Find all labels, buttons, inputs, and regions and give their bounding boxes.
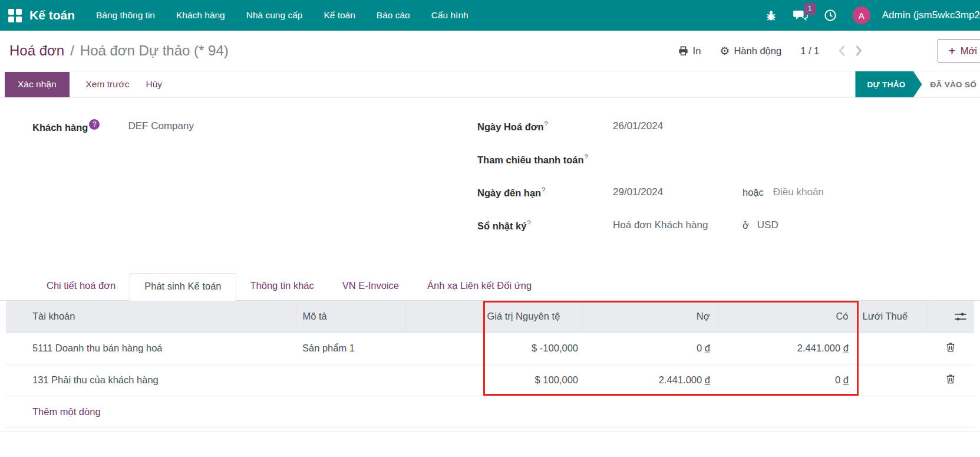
message-count-badge: 1: [804, 3, 816, 15]
credit-cell[interactable]: 2.441.000 đ: [718, 332, 857, 364]
journal-label: Sổ nhật ký?: [477, 219, 613, 232]
user-avatar[interactable]: A: [853, 6, 870, 24]
user-menu[interactable]: Admin (jsm5wkc3mp2: [876, 9, 980, 21]
gear-icon: ⚙: [720, 45, 730, 57]
tab-journal-items[interactable]: Phát sinh Kế toán: [130, 273, 236, 301]
control-panel: Hoá đơn / Hoá đơn Dự thảo (* 94) In ⚙ Hà…: [0, 31, 980, 71]
column-header-currency-value: Giá trị Nguyên tệ: [483, 301, 582, 332]
tax-grid-cell[interactable]: [857, 364, 926, 396]
column-header-account: Tài khoản: [6, 301, 296, 332]
breadcrumb-separator: /: [70, 42, 74, 59]
pager-counter[interactable]: 1 / 1: [800, 45, 819, 57]
top-navbar: Kế toán Bảng thông tin Khách hàng Nhà cu…: [0, 0, 980, 31]
main-menu: Bảng thông tin Khách hàng Nhà cung cấp K…: [96, 10, 468, 21]
invoice-date-label: Ngày Hoá đơn?: [477, 120, 613, 133]
account-cell[interactable]: 131 Phải thu của khách hàng: [6, 364, 296, 396]
column-header-empty: [405, 301, 483, 332]
plus-icon: +: [949, 45, 955, 56]
account-cell[interactable]: 5111 Doanh thu bán hàng hoá: [6, 332, 296, 364]
cancel-button[interactable]: Hủy: [146, 79, 162, 90]
debit-cell[interactable]: 0 đ: [582, 332, 718, 364]
preview-button[interactable]: Xem trước: [86, 79, 130, 90]
currency-field[interactable]: USD: [757, 219, 887, 231]
add-line-link[interactable]: Thêm một dòng: [32, 406, 101, 417]
credit-cell[interactable]: 0 đ: [718, 364, 857, 396]
currency-value-cell[interactable]: $ 100,000: [483, 364, 582, 396]
tab-other-info[interactable]: Thông tin khác: [236, 273, 328, 300]
breadcrumb-current: Hoá đơn Dự thảo (* 94): [80, 42, 229, 59]
tab-counterpart-mapping[interactable]: Ánh xạ Liên kết Đối ứng: [413, 273, 546, 300]
debug-bug-icon[interactable]: [765, 9, 777, 22]
new-record-button[interactable]: + Mới: [938, 39, 980, 63]
app-name[interactable]: Kế toán: [29, 8, 75, 22]
print-button[interactable]: In: [678, 45, 701, 57]
debit-cell[interactable]: 2.441.000 đ: [582, 364, 718, 396]
due-date-label: Ngày đến hạn?: [477, 186, 613, 199]
pager-previous-icon[interactable]: [838, 45, 846, 57]
nav-item-configuration[interactable]: Cấu hình: [431, 10, 468, 21]
description-cell[interactable]: Sản phẩm 1: [296, 332, 405, 364]
action-menu-button[interactable]: ⚙ Hành động: [720, 45, 781, 57]
nav-item-dashboard[interactable]: Bảng thông tin: [96, 10, 155, 21]
column-header-tax-grid: Lưới Thuế: [857, 301, 926, 332]
tax-grid-cell[interactable]: [857, 332, 926, 364]
or-label: hoặc: [743, 187, 764, 198]
confirm-button[interactable]: Xác nhận: [5, 72, 70, 97]
table-row[interactable]: 5111 Doanh thu bán hàng hoá Sản phẩm 1 $…: [6, 332, 974, 364]
nav-item-vendors[interactable]: Nhà cung cấp: [246, 10, 303, 21]
form-statusbar: Xác nhận Xem trước Hủy DỰ THẢO ĐÃ VÀO SỔ: [0, 71, 980, 98]
invoice-form-sheet: Khách hàng? DEF Company Ngày Hoá đơn? 26…: [0, 98, 980, 432]
tab-invoice-lines[interactable]: Chi tiết hoá đơn: [32, 273, 130, 300]
column-header-debit: Nợ: [582, 301, 718, 332]
delete-row-icon[interactable]: [945, 373, 956, 384]
invoice-date-field[interactable]: 26/01/2024: [613, 120, 743, 132]
state-draft[interactable]: DỰ THẢO: [855, 71, 922, 98]
breadcrumb: Hoá đơn / Hoá đơn Dự thảo (* 94): [9, 42, 229, 59]
notebook-tabs: Chi tiết hoá đơn Phát sinh Kế toán Thông…: [0, 268, 980, 301]
journal-field[interactable]: Hoá đơn Khách hàng: [613, 219, 743, 231]
pager-next-icon[interactable]: [855, 45, 863, 57]
messages-icon[interactable]: 1: [793, 9, 808, 22]
state-posted[interactable]: ĐÃ VÀO SỔ: [930, 80, 980, 89]
tab-vn-einvoice[interactable]: VN E-Invoice: [328, 273, 413, 300]
column-header-credit: Có: [718, 301, 857, 332]
nav-item-accounting[interactable]: Kế toán: [324, 10, 355, 21]
apps-menu-icon[interactable]: [8, 9, 22, 22]
sheet-bottom-border: [0, 432, 980, 432]
journal-items-table: Tài khoản Mô tả Giá trị Nguyên tệ Nợ Có …: [6, 301, 974, 428]
optional-columns-icon[interactable]: [954, 311, 967, 322]
printer-icon: [678, 45, 689, 57]
nav-item-customers[interactable]: Khách hàng: [176, 10, 225, 21]
customer-field[interactable]: DEF Company: [128, 120, 193, 132]
customer-help-icon[interactable]: ?: [89, 119, 100, 130]
payment-reference-label: Tham chiếu thanh toán?: [477, 153, 613, 166]
table-row[interactable]: 131 Phải thu của khách hàng $ 100,000 2.…: [6, 364, 974, 396]
column-header-description: Mô tả: [296, 301, 405, 332]
currency-value-cell[interactable]: $ -100,000: [483, 332, 582, 364]
activities-clock-icon[interactable]: [824, 9, 837, 22]
table-header-row: Tài khoản Mô tả Giá trị Nguyên tệ Nợ Có …: [6, 301, 974, 332]
nav-item-reporting[interactable]: Báo cáo: [377, 10, 410, 21]
customer-label: Khách hàng?: [32, 119, 100, 133]
description-cell[interactable]: [296, 364, 405, 396]
breadcrumb-invoices-link[interactable]: Hoá đơn: [9, 42, 64, 59]
delete-row-icon[interactable]: [945, 341, 956, 353]
column-header-actions: [926, 301, 974, 332]
payment-terms-field[interactable]: Điều khoản: [773, 186, 824, 198]
in-label: ở: [743, 220, 749, 231]
due-date-field[interactable]: 29/01/2024: [613, 186, 743, 198]
